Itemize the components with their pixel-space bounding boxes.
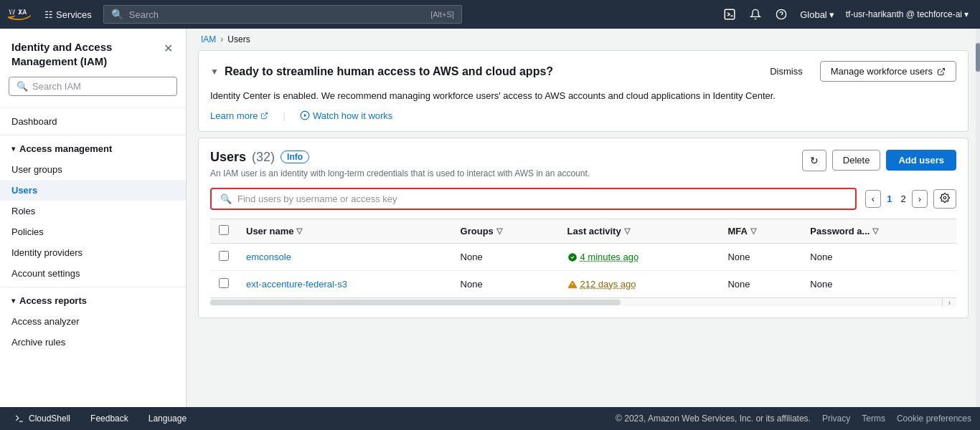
external-link-icon	[937, 67, 946, 76]
row-groups-cell: None	[452, 244, 559, 271]
global-search-input[interactable]	[129, 9, 425, 20]
sidebar-item-dashboard[interactable]: Dashboard	[0, 111, 186, 132]
users-title: Users (32) Info	[210, 150, 590, 165]
groups-sort-icon[interactable]: ▽	[496, 226, 502, 236]
sidebar-search-container[interactable]: 🔍	[9, 77, 177, 96]
sidebar-item-label: Policies	[11, 226, 44, 237]
sidebar-item-policies[interactable]: Policies	[0, 221, 186, 242]
delete-button[interactable]: Delete	[832, 150, 881, 171]
row-checkbox[interactable]	[219, 278, 229, 288]
sidebar-item-label: Identity providers	[11, 247, 83, 258]
terminal-icon	[14, 414, 24, 424]
refresh-button[interactable]: ↻	[802, 150, 826, 171]
services-menu[interactable]: ☷ Services	[40, 9, 96, 20]
sidebar-item-identity-providers[interactable]: Identity providers	[0, 242, 186, 263]
top-navigation: ☷ Services 🔍 [Alt+S] Global ▾ tf-usr-har…	[0, 0, 980, 29]
scrollbar-track[interactable]	[976, 29, 980, 407]
global-search-bar[interactable]: 🔍 [Alt+S]	[103, 5, 462, 24]
play-icon	[300, 110, 310, 120]
sidebar-item-label: Archive rules	[11, 337, 65, 348]
info-badge[interactable]: Info	[281, 150, 309, 163]
banner-body-text: Identity Center is enabled. We recommend…	[210, 89, 956, 103]
row-groups-cell: None	[452, 271, 559, 298]
scroll-right-btn[interactable]: ›	[942, 298, 956, 307]
page-2[interactable]: 2	[897, 194, 908, 204]
prev-page-button[interactable]: ‹	[865, 190, 881, 208]
banner-actions: Dismiss Manage workforce users	[761, 61, 956, 82]
table-header-groups: Groups ▽	[452, 219, 559, 244]
select-all-checkbox[interactable]	[219, 225, 229, 235]
learn-more-link[interactable]: Learn more	[210, 110, 268, 121]
language-button[interactable]: Language	[143, 411, 192, 426]
bottom-bar-right: © 2023, Amazon Web Services, Inc. or its…	[616, 414, 971, 424]
check-circle-icon	[567, 252, 578, 262]
search-icon: 🔍	[111, 9, 123, 20]
svg-line-5	[264, 113, 268, 116]
scrollbar-thumb[interactable]	[976, 43, 980, 72]
svg-marker-7	[304, 114, 307, 118]
mfa-sort-icon[interactable]: ▽	[750, 226, 756, 236]
page-1[interactable]: 1	[884, 194, 895, 204]
add-users-button[interactable]: Add users	[886, 150, 956, 171]
account-menu[interactable]: tf-usr-harikanth @ techforce-ai ▾	[842, 9, 973, 19]
users-search-area: 🔍 ‹ 1 2 ›	[210, 188, 956, 210]
table-header-username: User name ▽	[237, 219, 452, 244]
bell-icon-btn[interactable]	[744, 3, 767, 26]
row-password-cell: None	[801, 271, 956, 298]
bottom-bar: CloudShell Feedback Language © 2023, Ama…	[0, 407, 980, 430]
next-page-button[interactable]: ›	[912, 190, 928, 208]
feedback-button[interactable]: Feedback	[85, 411, 134, 426]
horizontal-scroll-area[interactable]: ›	[210, 297, 956, 306]
sidebar-close-button[interactable]: ✕	[162, 40, 174, 57]
user-link[interactable]: ext-accenture-federal-s3	[246, 279, 347, 290]
table-row: ext-accenture-federal-s3 None 212 days a…	[210, 271, 956, 298]
privacy-link[interactable]: Privacy	[822, 414, 850, 424]
search-icon: 🔍	[220, 194, 232, 204]
sidebar-item-archive-rules[interactable]: Archive rules	[0, 332, 186, 353]
sidebar-divider-2	[0, 135, 186, 135]
sidebar-divider	[0, 108, 186, 108]
table-settings-button[interactable]	[933, 189, 956, 209]
svg-point-8	[943, 197, 946, 200]
row-checkbox-cell	[210, 244, 237, 271]
sidebar-item-user-groups[interactable]: User groups	[0, 159, 186, 180]
row-username-cell: ext-accenture-federal-s3	[237, 271, 452, 298]
sidebar-search-input[interactable]	[32, 81, 169, 92]
table-header-password: Password a... ▽	[801, 219, 956, 244]
terms-link[interactable]: Terms	[862, 414, 885, 424]
sidebar-section-access-management[interactable]: ▾ Access management	[0, 138, 186, 159]
table-header-row: User name ▽ Groups ▽ Las	[210, 219, 956, 244]
banner-title: ▼ Ready to streamline human access to AW…	[210, 65, 553, 78]
terminal-icon-btn[interactable]	[718, 3, 741, 26]
sidebar-title: Identity and Access Management (IAM)	[11, 40, 162, 68]
row-checkbox[interactable]	[219, 251, 229, 261]
dismiss-button[interactable]: Dismiss	[761, 62, 811, 81]
password-sort-icon[interactable]: ▽	[872, 226, 878, 236]
sidebar-section-access-reports[interactable]: ▾ Access reports	[0, 290, 186, 311]
sidebar-item-users[interactable]: Users	[0, 180, 186, 201]
cloudshell-button[interactable]: CloudShell	[9, 411, 76, 426]
users-title-area: Users (32) Info An IAM user is an identi…	[210, 150, 590, 180]
last-activity-sort-icon[interactable]: ▽	[624, 226, 630, 236]
username-sort-icon[interactable]: ▽	[296, 226, 302, 236]
sidebar-item-access-analyzer[interactable]: Access analyzer	[0, 311, 186, 332]
user-link[interactable]: emconsole	[246, 252, 291, 262]
region-selector[interactable]: Global ▾	[796, 9, 839, 20]
nav-icons-group: Global ▾ tf-usr-harikanth @ techforce-ai…	[718, 3, 973, 26]
next-page-icon: ›	[918, 194, 921, 204]
row-last-activity-cell: 4 minutes ago	[559, 244, 720, 271]
svg-point-11	[572, 286, 573, 287]
status-ok: 4 minutes ago	[567, 252, 711, 262]
help-icon-btn[interactable]	[770, 3, 793, 26]
users-search-input[interactable]	[237, 194, 847, 204]
banner-links: Learn more | Watch how it works	[210, 110, 956, 121]
cookie-preferences-link[interactable]: Cookie preferences	[897, 414, 971, 424]
manage-workforce-button[interactable]: Manage workforce users	[820, 61, 956, 82]
sidebar-item-roles[interactable]: Roles	[0, 201, 186, 221]
breadcrumb-iam-link[interactable]: IAM	[201, 34, 216, 44]
sidebar-item-account-settings[interactable]: Account settings	[0, 263, 186, 284]
users-search-container[interactable]: 🔍	[210, 188, 857, 210]
watch-how-it-works-link[interactable]: Watch how it works	[300, 110, 393, 121]
breadcrumb: IAM › Users	[187, 29, 980, 44]
warning-icon	[567, 280, 578, 290]
